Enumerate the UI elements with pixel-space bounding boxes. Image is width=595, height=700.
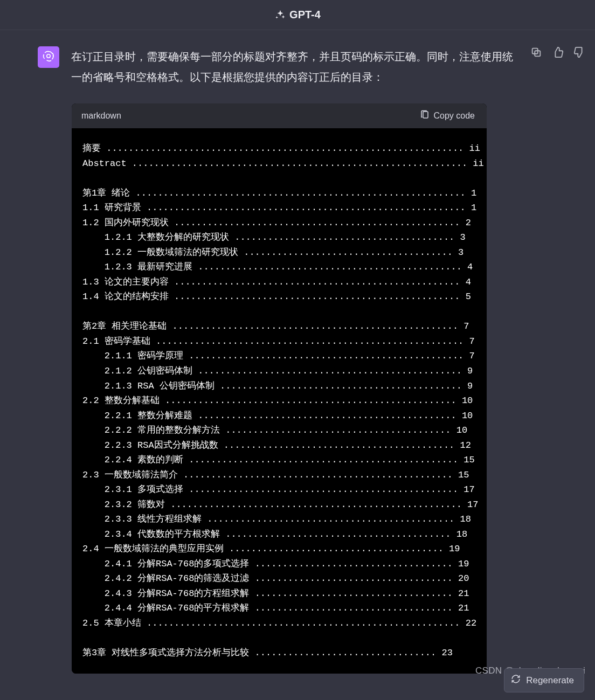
- regenerate-label: Regenerate: [526, 675, 574, 686]
- chat-page: GPT-4 在订正目录时，需要确保每一部分的标题对齐整齐，并且页码的标示正确。同…: [0, 0, 595, 700]
- thumbs-down-button[interactable]: [572, 45, 586, 59]
- copy-code-label: Copy code: [434, 111, 475, 121]
- assistant-message-row: 在订正目录时，需要确保每一部分的标题对齐整齐，并且页码的标示正确。同时，注意使用…: [0, 30, 595, 87]
- clipboard-icon: [420, 110, 430, 122]
- feedback-bar: [529, 45, 586, 59]
- code-block-header: markdown Copy code: [72, 103, 487, 128]
- assistant-message-text: 在订正目录时，需要确保每一部分的标题对齐整齐，并且页码的标示正确。同时，注意使用…: [71, 46, 595, 87]
- page-title: GPT-4: [289, 9, 321, 21]
- thumbs-up-button[interactable]: [551, 45, 565, 59]
- openai-icon: [42, 50, 55, 65]
- copy-code-button[interactable]: Copy code: [418, 108, 478, 124]
- page-header: GPT-4: [0, 0, 595, 30]
- refresh-icon: [511, 674, 521, 687]
- code-block: markdown Copy code 摘要 ..................…: [72, 103, 487, 674]
- code-body[interactable]: 摘要 .....................................…: [72, 128, 487, 674]
- sparkle-icon: [274, 9, 289, 22]
- code-language-label: markdown: [81, 111, 121, 121]
- assistant-avatar: [38, 46, 59, 68]
- copy-message-button[interactable]: [529, 45, 543, 59]
- svg-point-2: [47, 54, 50, 57]
- svg-rect-3: [423, 112, 428, 118]
- regenerate-button[interactable]: Regenerate: [504, 668, 584, 692]
